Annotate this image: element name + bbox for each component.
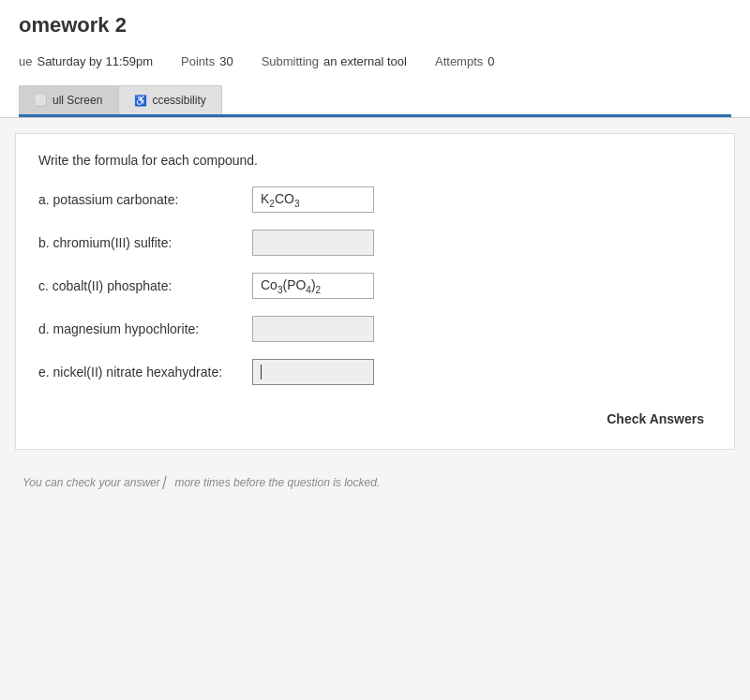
attempts-value: 0 bbox=[488, 54, 494, 68]
content-section: Write the formula for each compound. a. … bbox=[15, 133, 735, 450]
formula-input-e[interactable] bbox=[252, 359, 374, 385]
compound-row-d: d. magnesium hypochlorite: bbox=[38, 316, 712, 342]
points-value: 30 bbox=[219, 54, 232, 68]
compound-row-c: c. cobalt(II) phosphate: Co3(PO4)2 bbox=[38, 273, 712, 299]
compound-label-c: c. cobalt(II) phosphate: bbox=[38, 278, 245, 293]
compound-label-d: d. magnesium hypochlorite: bbox=[38, 321, 245, 336]
submitting-value: an external tool bbox=[323, 54, 407, 68]
question-prompt: Write the formula for each compound. bbox=[38, 153, 712, 168]
compound-row-b: b. chromium(III) sulfite: bbox=[38, 230, 712, 256]
formula-input-a[interactable]: K2CO3 bbox=[252, 186, 374, 213]
formula-input-d[interactable] bbox=[252, 316, 374, 342]
due-label: ue bbox=[19, 54, 32, 68]
points-label: Points bbox=[181, 54, 215, 68]
tab-accessibility-label: ccessibility bbox=[152, 94, 205, 107]
check-answers-button[interactable]: Check Answers bbox=[599, 408, 712, 430]
accessibility-icon: ♿ bbox=[134, 95, 147, 107]
compound-label-a: a. potassium carbonate: bbox=[38, 192, 245, 207]
formula-input-c[interactable]: Co3(PO4)2 bbox=[252, 273, 374, 299]
compound-label-e: e. nickel(II) nitrate hexahydrate: bbox=[38, 365, 245, 380]
formula-display-c: Co3(PO4)2 bbox=[261, 277, 321, 295]
formula-input-b[interactable] bbox=[252, 230, 374, 256]
compound-label-b: b. chromium(III) sulfite: bbox=[38, 235, 245, 250]
check-answers-row: Check Answers bbox=[38, 408, 712, 430]
submitting-label: Submitting bbox=[262, 54, 319, 68]
tab-accessibility[interactable]: ♿ ccessibility bbox=[118, 85, 221, 114]
page-title: omework 2 bbox=[19, 13, 731, 47]
formula-display-a: K2CO3 bbox=[261, 191, 299, 209]
due-value: Saturday by 11:59pm bbox=[37, 54, 153, 68]
fullscreen-icon: ⬜ bbox=[35, 95, 48, 107]
attempts-label: Attempts bbox=[435, 54, 483, 68]
tab-fullscreen-label: ull Screen bbox=[52, 94, 102, 107]
compound-row-e: e. nickel(II) nitrate hexahydrate: bbox=[38, 359, 712, 385]
cursor-e bbox=[261, 365, 262, 380]
tabs-row: ⬜ ull Screen ♿ ccessibility bbox=[19, 85, 731, 117]
meta-row: ue Saturday by 11:59pm Points 30 Submitt… bbox=[19, 47, 731, 76]
tab-fullscreen[interactable]: ⬜ ull Screen bbox=[19, 85, 118, 114]
compound-row-a: a. potassium carbonate: K2CO3 bbox=[38, 186, 712, 213]
footer-note: You can check your answer ▏ more times b… bbox=[0, 465, 750, 508]
